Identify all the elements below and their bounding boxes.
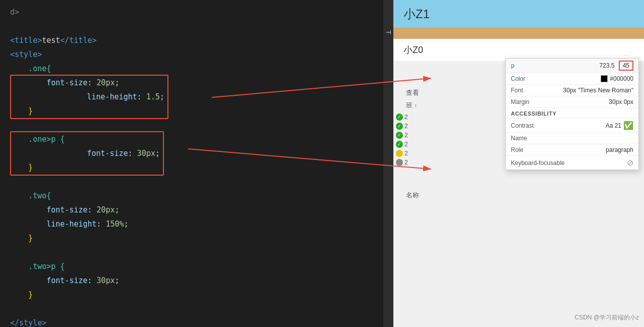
code-text: <style> (10, 47, 42, 62)
contrast-score: Aa 21 (606, 122, 621, 129)
code-text: d> (10, 5, 19, 19)
check-icon: ✅ (623, 121, 633, 130)
tooltip-role-label: Role (511, 146, 523, 153)
list-item: 2 (396, 159, 408, 166)
arrow-text: › (415, 102, 417, 109)
view-text: 查看 (406, 89, 419, 96)
code-line (0, 19, 393, 33)
tooltip-margin-label: Margin (511, 98, 530, 105)
code-line: line-height: 150%; (0, 217, 393, 231)
tooltip-font-row: Font 30px "Times New Roman" (506, 85, 638, 96)
code-line: .one{ (0, 62, 393, 76)
code-line: font-size: 30px; (0, 274, 393, 288)
view-label: 查看 (406, 88, 419, 97)
preview-header: 小Z1 (393, 0, 644, 28)
list-label: 2 (404, 132, 408, 139)
code-text: ; (124, 217, 129, 231)
code-text: font-size (10, 203, 88, 217)
tooltip-contrast-label: Contrast (511, 122, 534, 129)
green-dot: ✓ (396, 114, 403, 121)
code-line: .two>p { (0, 259, 393, 274)
name-text: 名称 (406, 191, 419, 199)
green-dot: ✓ (396, 132, 403, 139)
sidebar-list: ✓ 2 ✓ 2 ✓ 2 ✓ 2 2 2 (396, 114, 408, 166)
code-line: } (0, 288, 393, 302)
tooltip-font-label: Font (511, 87, 523, 94)
code-line: </style> (0, 316, 393, 327)
code-text: ; (115, 203, 120, 217)
code-text: 150% (106, 217, 124, 231)
list-label: 2 (404, 123, 408, 130)
code-text: .two>p { (10, 259, 65, 274)
tooltip-color-label: Color (511, 75, 525, 82)
code-line (0, 245, 393, 259)
code-line: <style> (0, 47, 393, 62)
code-line-highlight: line-height: 1.5; (0, 90, 393, 104)
code-text: .one{ (10, 62, 51, 76)
list-item: ✓ 2 (396, 132, 408, 139)
green-dot: ✓ (396, 123, 403, 130)
yellow-dot (396, 150, 403, 157)
tooltip-keyboard-value: ⊘ (627, 158, 633, 168)
code-editor[interactable]: d> <title>test</title> <style> .one{ fon… (0, 0, 393, 327)
list-label: 2 (404, 159, 408, 166)
code-text: font-size (10, 274, 88, 288)
list-label: 2 (404, 150, 408, 157)
highlight-box: font-size: 30px; (10, 131, 164, 176)
no-icon: ⊘ (627, 158, 633, 168)
gray-dot (396, 159, 403, 166)
panel-divider: T (383, 0, 393, 327)
list-label: 2 (404, 141, 408, 148)
highlight-box: line-height: 1.5; (10, 75, 168, 119)
green-dot: ✓ (396, 141, 403, 148)
tooltip-keyboard-row: Keyboard-focusable ⊘ (506, 156, 638, 170)
code-text: ; (160, 92, 164, 101)
code-text: : (97, 217, 106, 231)
tooltip-x-value: 45 (619, 61, 633, 71)
divider-label: T (385, 30, 392, 34)
class-text: 班 (406, 101, 413, 110)
tooltip-color-row: Color #000000 (506, 73, 638, 85)
code-text: 20px (97, 203, 115, 217)
preview-subheader (393, 28, 644, 39)
tooltip-contrast-row: Contrast Aa 21 ✅ (506, 119, 638, 133)
code-line: .two{ (0, 189, 393, 203)
main-container: d> <title>test</title> <style> .one{ fon… (0, 0, 644, 327)
code-line: d> (0, 5, 393, 19)
code-line: font-size: 20px; (0, 203, 393, 217)
list-item: ✓ 2 (396, 123, 408, 130)
code-text: test (42, 33, 60, 47)
tooltip-margin-value: 30px 0px (609, 98, 633, 105)
devtools-tooltip: p 723.5 45 Color #000000 Font 30px "Time… (505, 58, 639, 170)
code-line: } (0, 231, 393, 245)
code-text: : (137, 92, 146, 101)
tooltip-element-row: p 723.5 45 (506, 59, 638, 73)
code-line-highlight: font-size: 30px; (0, 146, 393, 160)
color-swatch (601, 75, 608, 82)
list-item: ✓ 2 (396, 141, 408, 148)
tooltip-coords: 723.5 45 (600, 61, 633, 71)
accessibility-header: ACCESSIBILITY (506, 108, 638, 119)
code-text: <title> (10, 33, 42, 47)
code-text: line-height (10, 217, 97, 231)
list-item: ✓ 2 (396, 114, 408, 121)
code-text: : (128, 149, 137, 158)
code-text: ; (155, 149, 160, 158)
tooltip-contrast-value: Aa 21 ✅ (606, 121, 633, 130)
code-text: 30px (137, 149, 155, 158)
code-text: line-height (50, 92, 137, 101)
color-hex: #000000 (610, 75, 633, 82)
preview-header-text: 小Z1 (403, 6, 430, 22)
tooltip-color-value: #000000 (601, 75, 633, 82)
code-text: : (88, 274, 97, 288)
code-text: 1.5 (146, 92, 160, 101)
class-label: 班 › (406, 101, 417, 110)
name-label: 名称 (406, 191, 419, 200)
code-line (0, 118, 393, 132)
list-item: 2 (396, 150, 408, 157)
code-text: </title> (60, 33, 96, 47)
tooltip-font-value: 30px "Times New Roman" (563, 87, 633, 94)
code-text: .two{ (10, 189, 51, 203)
code-text: } (10, 231, 33, 245)
code-text: </style> (10, 316, 46, 327)
